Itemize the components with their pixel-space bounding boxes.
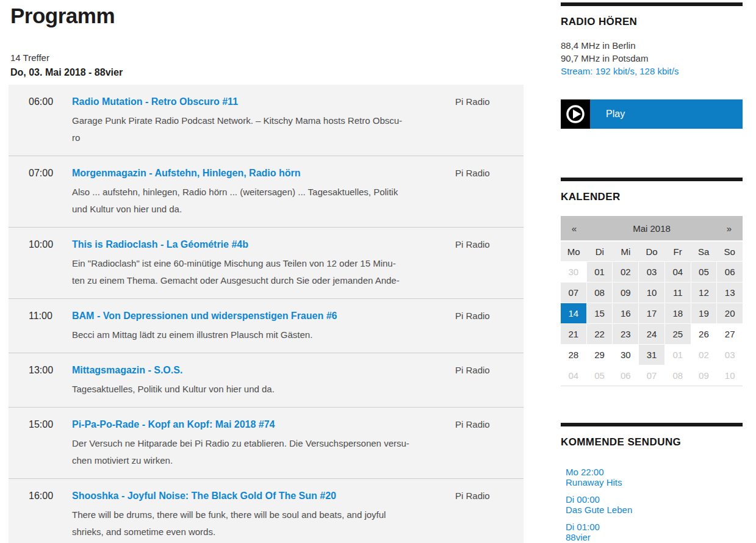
frequency-potsdam: 90,7 MHz in Potsdam xyxy=(561,52,743,65)
calendar-day[interactable]: 12 xyxy=(691,282,717,303)
day-name: Fr xyxy=(664,246,691,257)
program-row: 15:00 Pi-Pa-Po-Rade - Kopf an Kopf: Mai … xyxy=(9,407,524,478)
frequency-berlin: 88,4 MHz in Berlin xyxy=(561,39,743,52)
upcoming-title-link[interactable]: Das Gute Leben xyxy=(566,505,743,515)
play-button-label: Play xyxy=(590,99,743,129)
calendar-day: 07 xyxy=(638,365,664,386)
program-row: 11:00 BAM - Von Depressionen und widersp… xyxy=(9,298,524,353)
program-row: 13:00 Mittagsmagazin - S.O.S. Pi Radio T… xyxy=(9,353,524,407)
calendar-day[interactable]: 08 xyxy=(586,282,613,303)
program-title-link[interactable]: This is Radioclash - La Géométrie #4b xyxy=(72,238,455,251)
calendar-day[interactable]: 06 xyxy=(716,262,743,282)
calendar-day[interactable]: 19 xyxy=(691,303,717,323)
calendar-day[interactable]: 09 xyxy=(612,282,638,303)
calendar-day[interactable]: 07 xyxy=(561,282,586,303)
calendar-day[interactable]: 16 xyxy=(612,303,638,323)
calendar-day: 28 xyxy=(561,345,586,365)
calendar-week: 07 08 09 10 11 12 13 xyxy=(561,282,743,303)
calendar-month-label: Mai 2018 xyxy=(588,223,716,234)
calendar-day: 08 xyxy=(664,365,691,386)
program-title-link[interactable]: Mittagsmagazin - S.O.S. xyxy=(72,364,455,377)
program-row: 10:00 This is Radioclash - La Géométrie … xyxy=(9,227,524,298)
calendar-day: 26 xyxy=(691,324,717,344)
calendar-day: 04 xyxy=(561,365,586,386)
day-name: Mi xyxy=(613,246,639,257)
play-button[interactable]: Play xyxy=(561,99,743,129)
calendar-day[interactable]: 22 xyxy=(586,324,613,344)
calendar-day[interactable]: 31 xyxy=(638,345,664,365)
day-name: Do xyxy=(639,246,665,257)
calendar-day[interactable]: 01 xyxy=(586,262,613,282)
calendar-day[interactable]: 17 xyxy=(638,303,664,323)
calendar-day[interactable]: 21 xyxy=(561,324,586,344)
program-title-link[interactable]: BAM - Von Depressionen und widerspenstig… xyxy=(72,309,455,323)
program-channel: Pi Radio xyxy=(455,238,524,251)
stream-link-128[interactable]: 128 kbit/s xyxy=(639,66,679,76)
section-divider-bar xyxy=(561,178,743,181)
calendar-day[interactable]: 23 xyxy=(612,324,638,344)
calendar-day[interactable]: 15 xyxy=(586,303,613,323)
program-description: Becci am Mittag lädt zu einem illustren … xyxy=(72,326,438,343)
calendar-day[interactable]: 02 xyxy=(612,262,638,282)
calendar-day[interactable]: 20 xyxy=(716,303,743,323)
calendar-day: 27 xyxy=(716,324,743,344)
upcoming-item: Di 00:00 Das Gute Leben xyxy=(566,494,743,515)
calendar-day[interactable]: 04 xyxy=(664,262,691,282)
upcoming-time-link[interactable]: Mo 22:00 xyxy=(566,467,743,477)
program-channel: Pi Radio xyxy=(455,95,524,109)
program-row: 16:00 Shooshka - Joyful Noise: The Black… xyxy=(9,478,524,543)
program-channel: Pi Radio xyxy=(455,489,524,503)
program-channel: Pi Radio xyxy=(455,418,524,431)
upcoming-title-link[interactable]: Runaway Hits xyxy=(566,477,743,487)
calendar-next-button[interactable]: » xyxy=(716,223,743,234)
program-title-link[interactable]: Radio Mutation - Retro Obscuro #11 xyxy=(72,95,455,109)
program-channel: Pi Radio xyxy=(455,364,524,377)
calendar-day[interactable]: 25 xyxy=(664,324,691,344)
program-title-link[interactable]: Shooshka - Joyful Noise: The Black Gold … xyxy=(72,489,455,503)
radio-listen-heading: RADIO HÖREN xyxy=(561,16,743,28)
program-channel: Pi Radio xyxy=(455,309,524,323)
upcoming-time-link[interactable]: Di 00:00 xyxy=(566,494,743,505)
calendar-day: 29 xyxy=(586,345,613,365)
calendar: « Mai 2018 » Mo Di Mi Do Fr Sa So 30 01 … xyxy=(561,216,743,386)
day-name: So xyxy=(716,246,743,257)
calendar-section: KALENDER « Mai 2018 » Mo Di Mi Do Fr Sa … xyxy=(561,178,743,386)
calendar-prev-button[interactable]: « xyxy=(561,223,588,234)
calendar-day-names: Mo Di Mi Do Fr Sa So xyxy=(561,240,743,261)
program-description: Garage Punk Pirate Radio Podcast Network… xyxy=(72,112,438,146)
calendar-day[interactable]: 24 xyxy=(638,324,664,344)
program-channel: Pi Radio xyxy=(455,167,524,180)
stream-link-separator: , xyxy=(635,66,639,76)
calendar-day[interactable]: 11 xyxy=(664,282,691,303)
calendar-day: 06 xyxy=(612,365,638,386)
calendar-day[interactable]: 13 xyxy=(716,282,743,303)
calendar-day: 05 xyxy=(586,365,613,386)
sidebar: RADIO HÖREN 88,4 MHz in Berlin 90,7 MHz … xyxy=(561,0,743,543)
stream-links-line: Stream: 192 kbit/s, 128 kbit/s xyxy=(561,65,743,77)
program-row: 06:00 Radio Mutation - Retro Obscuro #11… xyxy=(9,85,524,156)
calendar-week: 28 29 30 31 01 02 03 xyxy=(561,344,743,365)
calendar-day: 09 xyxy=(691,365,717,386)
program-description: There will be drums, there will be funk,… xyxy=(72,506,438,541)
date-heading: Do, 03. Mai 2018 - 88vier xyxy=(10,67,123,78)
calendar-day[interactable]: 05 xyxy=(691,262,717,282)
calendar-day[interactable]: 10 xyxy=(638,282,664,303)
section-divider-bar xyxy=(561,423,743,426)
program-time: 11:00 xyxy=(9,309,72,323)
calendar-day[interactable]: 18 xyxy=(664,303,691,323)
calendar-week: 14 15 16 17 18 19 20 xyxy=(561,303,743,323)
calendar-day: 02 xyxy=(691,345,717,365)
program-row: 07:00 Morgenmagazin - Aufstehn, Hinlegen… xyxy=(9,156,524,227)
upcoming-title-link[interactable]: 88vier xyxy=(566,532,743,542)
page-title: Programm xyxy=(10,4,115,28)
calendar-day[interactable]: 03 xyxy=(638,262,664,282)
program-title-link[interactable]: Pi-Pa-Po-Rade - Kopf an Kopf: Mai 2018 #… xyxy=(72,418,455,431)
program-title-link[interactable]: Morgenmagazin - Aufstehn, Hinlegen, Radi… xyxy=(72,167,455,180)
stream-link-192[interactable]: Stream: 192 kbit/s xyxy=(561,66,635,76)
calendar-day: 03 xyxy=(716,345,743,365)
upcoming-heading: KOMMENDE SENDUNG xyxy=(561,436,743,448)
calendar-day-selected[interactable]: 14 xyxy=(561,303,586,323)
calendar-day: 10 xyxy=(716,365,743,386)
upcoming-item: Mo 22:00 Runaway Hits xyxy=(566,467,743,487)
upcoming-time-link[interactable]: Di 01:00 xyxy=(566,522,743,532)
